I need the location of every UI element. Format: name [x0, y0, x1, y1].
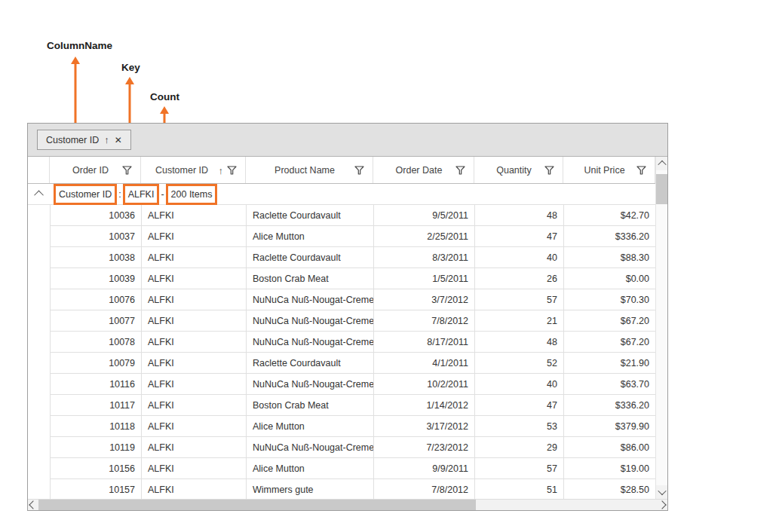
cell-product-name[interactable]: Alice Mutton — [247, 458, 374, 478]
cell-customer-id[interactable]: ALFKI — [142, 247, 247, 268]
cell-unit-price[interactable]: $70.30 — [564, 289, 656, 310]
cell-customer-id[interactable]: ALFKI — [142, 205, 247, 225]
cell-customer-id[interactable]: ALFKI — [142, 226, 247, 246]
cell-order-id[interactable]: 10117 — [51, 395, 142, 415]
column-header-unit-price[interactable]: Unit Price — [563, 157, 655, 183]
cell-product-name[interactable]: Raclette Courdavault — [247, 247, 374, 268]
cell-order-id[interactable]: 10116 — [51, 374, 142, 394]
cell-unit-price[interactable]: $67.20 — [564, 310, 656, 331]
filter-icon[interactable] — [122, 166, 132, 175]
cell-product-name[interactable]: NuNuCa Nuß-Nougat-Creme — [247, 289, 374, 310]
cell-customer-id[interactable]: ALFKI — [142, 289, 247, 310]
cell-order-date[interactable]: 3/17/2012 — [374, 416, 475, 436]
cell-quantity[interactable]: 47 — [475, 395, 564, 415]
cell-unit-price[interactable]: $86.00 — [564, 437, 656, 457]
cell-customer-id[interactable]: ALFKI — [142, 268, 247, 289]
cell-order-date[interactable]: 8/3/2011 — [374, 247, 475, 268]
cell-order-id[interactable]: 10119 — [51, 437, 142, 457]
cell-quantity[interactable]: 53 — [475, 416, 564, 436]
column-header-order-date[interactable]: Order Date — [373, 157, 474, 183]
table-row[interactable]: 10076ALFKINuNuCa Nuß-Nougat-Creme3/7/201… — [50, 289, 667, 310]
scroll-down-button[interactable] — [656, 485, 667, 499]
column-header-order-id[interactable]: Order ID — [50, 157, 141, 183]
cell-order-date[interactable]: 7/8/2012 — [374, 479, 475, 500]
cell-order-id[interactable]: 10079 — [51, 353, 142, 373]
cell-product-name[interactable]: Boston Crab Meat — [247, 395, 374, 415]
filter-icon[interactable] — [544, 166, 554, 175]
cell-unit-price[interactable]: $28.50 — [564, 479, 656, 500]
table-row[interactable]: 10077ALFKINuNuCa Nuß-Nougat-Creme7/8/201… — [50, 310, 667, 332]
scroll-left-button[interactable] — [28, 500, 38, 510]
table-row[interactable]: 10036ALFKIRaclette Courdavault9/5/201148… — [50, 205, 667, 226]
column-header-product-name[interactable]: Product Name — [246, 157, 373, 183]
cell-unit-price[interactable]: $19.00 — [564, 458, 656, 478]
filter-icon[interactable] — [354, 166, 364, 175]
cell-order-date[interactable]: 7/23/2012 — [374, 437, 475, 457]
cell-order-id[interactable]: 10157 — [51, 479, 142, 500]
cell-customer-id[interactable]: ALFKI — [142, 374, 247, 394]
group-chip-customer-id[interactable]: Customer ID ↑ ✕ — [37, 130, 131, 150]
cell-quantity[interactable]: 57 — [475, 458, 564, 478]
cell-order-date[interactable]: 7/8/2012 — [374, 310, 475, 331]
cell-quantity[interactable]: 40 — [475, 247, 564, 268]
scroll-up-button[interactable] — [656, 157, 667, 170]
cell-order-date[interactable]: 9/5/2011 — [374, 205, 475, 225]
cell-order-id[interactable]: 10039 — [51, 268, 142, 289]
cell-quantity[interactable]: 47 — [475, 226, 564, 246]
scroll-right-button[interactable] — [657, 500, 667, 510]
vertical-scrollbar[interactable] — [655, 157, 667, 499]
cell-unit-price[interactable]: $42.70 — [564, 205, 656, 225]
vertical-scroll-thumb[interactable] — [656, 174, 667, 204]
cell-customer-id[interactable]: ALFKI — [142, 479, 247, 500]
cell-product-name[interactable]: NuNuCa Nuß-Nougat-Creme — [247, 437, 374, 457]
cell-quantity[interactable]: 26 — [475, 268, 564, 289]
table-row[interactable]: 10157ALFKIWimmers gute7/8/201251$28.50 — [50, 479, 667, 500]
cell-unit-price[interactable]: $88.30 — [564, 247, 656, 268]
cell-order-date[interactable]: 9/9/2011 — [374, 458, 475, 478]
cell-order-date[interactable]: 4/1/2011 — [374, 353, 475, 373]
collapse-group-button[interactable] — [28, 184, 50, 204]
table-row[interactable]: 10117ALFKIBoston Crab Meat1/14/201247$33… — [50, 395, 667, 416]
cell-order-id[interactable]: 10036 — [51, 205, 142, 225]
table-row[interactable]: 10156ALFKIAlice Mutton9/9/201157$19.00 — [50, 458, 667, 479]
cell-order-date[interactable]: 10/2/2011 — [374, 374, 475, 394]
cell-order-id[interactable]: 10077 — [51, 310, 142, 331]
cell-order-id[interactable]: 10156 — [51, 458, 142, 478]
cell-customer-id[interactable]: ALFKI — [142, 437, 247, 457]
cell-quantity[interactable]: 21 — [475, 310, 564, 331]
table-row[interactable]: 10119ALFKINuNuCa Nuß-Nougat-Creme7/23/20… — [50, 437, 667, 458]
table-row[interactable]: 10118ALFKIAlice Mutton3/17/201253$379.90 — [50, 416, 667, 437]
cell-quantity[interactable]: 52 — [475, 353, 564, 373]
cell-quantity[interactable]: 57 — [475, 289, 564, 310]
chip-remove-icon[interactable]: ✕ — [115, 135, 122, 145]
cell-customer-id[interactable]: ALFKI — [142, 416, 247, 436]
cell-product-name[interactable]: Raclette Courdavault — [247, 353, 374, 373]
filter-icon[interactable] — [636, 166, 646, 175]
cell-product-name[interactable]: NuNuCa Nuß-Nougat-Creme — [247, 332, 374, 352]
cell-order-id[interactable]: 10037 — [51, 226, 142, 246]
cell-order-id[interactable]: 10038 — [51, 247, 142, 268]
cell-product-name[interactable]: NuNuCa Nuß-Nougat-Creme — [247, 374, 374, 394]
cell-unit-price[interactable]: $379.90 — [564, 416, 656, 436]
table-row[interactable]: 10078ALFKINuNuCa Nuß-Nougat-Creme8/17/20… — [50, 332, 667, 353]
cell-customer-id[interactable]: ALFKI — [142, 395, 247, 415]
table-row[interactable]: 10116ALFKINuNuCa Nuß-Nougat-Creme10/2/20… — [50, 374, 667, 395]
cell-quantity[interactable]: 51 — [475, 479, 564, 500]
cell-quantity[interactable]: 48 — [475, 332, 564, 352]
cell-product-name[interactable]: Alice Mutton — [247, 416, 374, 436]
cell-order-id[interactable]: 10078 — [51, 332, 142, 352]
column-header-customer-id[interactable]: Customer ID↑ — [141, 157, 246, 183]
cell-order-date[interactable]: 1/14/2012 — [374, 395, 475, 415]
cell-order-date[interactable]: 2/25/2011 — [374, 226, 475, 246]
cell-unit-price[interactable]: $67.20 — [564, 332, 656, 352]
cell-quantity[interactable]: 40 — [475, 374, 564, 394]
table-row[interactable]: 10079ALFKIRaclette Courdavault4/1/201152… — [50, 353, 667, 374]
cell-order-date[interactable]: 3/7/2012 — [374, 289, 475, 310]
cell-product-name[interactable]: Raclette Courdavault — [247, 205, 374, 225]
cell-customer-id[interactable]: ALFKI — [142, 458, 247, 478]
horizontal-scroll-thumb[interactable] — [38, 500, 476, 510]
cell-order-date[interactable]: 8/17/2011 — [374, 332, 475, 352]
column-header-quantity[interactable]: Quantity — [474, 157, 563, 183]
cell-quantity[interactable]: 29 — [475, 437, 564, 457]
cell-product-name[interactable]: Boston Crab Meat — [247, 268, 374, 289]
